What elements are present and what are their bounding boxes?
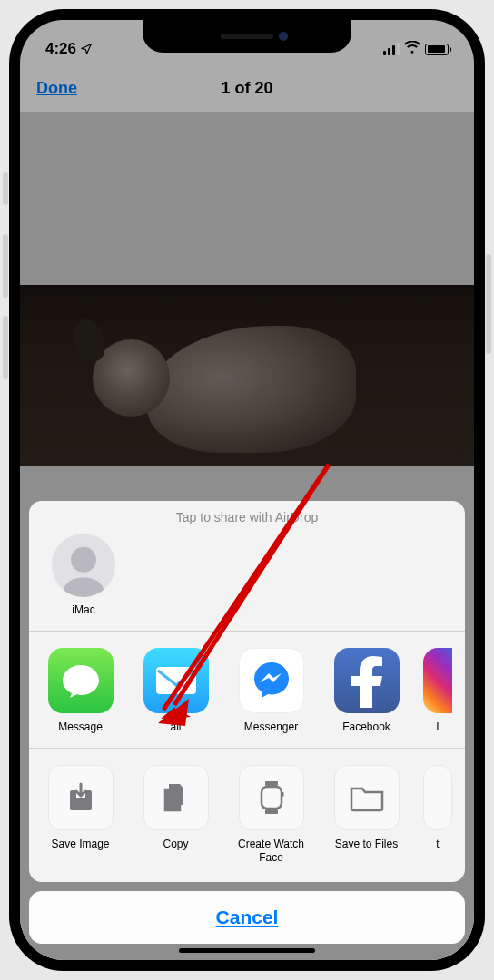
svg-rect-10 xyxy=(282,792,284,797)
copy-icon xyxy=(143,765,209,830)
cellular-signal-icon xyxy=(383,43,400,55)
save-image-icon xyxy=(48,765,114,830)
action-more[interactable]: t xyxy=(423,765,452,864)
mail-icon xyxy=(143,648,209,713)
airdrop-target-imac[interactable]: iMac xyxy=(45,534,122,616)
app-share-row: Message ail Messenger xyxy=(29,632,465,748)
share-app-instagram[interactable]: I xyxy=(423,648,452,733)
svg-rect-7 xyxy=(265,781,278,786)
messenger-icon xyxy=(239,648,304,713)
share-sheet: Tap to share with AirDrop iMac xyxy=(29,501,465,944)
home-indicator[interactable] xyxy=(179,948,315,953)
facebook-icon xyxy=(334,648,400,713)
cancel-button[interactable]: Cancel xyxy=(29,891,465,944)
person-silhouette-icon xyxy=(52,534,115,597)
notch xyxy=(143,20,351,53)
wifi-icon xyxy=(404,41,420,57)
more-icon xyxy=(423,765,452,830)
action-save-to-files[interactable]: Save to Files xyxy=(328,765,405,864)
message-icon xyxy=(48,648,114,713)
action-copy[interactable]: Copy xyxy=(137,765,214,864)
status-time: 4:26 xyxy=(45,40,93,58)
action-row: Save Image Copy Create Watch Face xyxy=(29,749,465,882)
watch-icon xyxy=(239,765,304,830)
airdrop-header: Tap to share with AirDrop xyxy=(29,501,465,530)
svg-rect-4 xyxy=(156,667,196,694)
share-app-facebook[interactable]: Facebook xyxy=(328,648,405,733)
battery-icon xyxy=(425,44,449,55)
svg-rect-9 xyxy=(262,787,282,808)
airdrop-label: iMac xyxy=(45,603,122,616)
location-icon xyxy=(80,43,93,55)
share-app-mail[interactable]: ail xyxy=(137,648,214,733)
instagram-icon xyxy=(423,648,452,713)
action-create-watch-face[interactable]: Create Watch Face xyxy=(232,765,310,864)
share-app-messenger[interactable]: Messenger xyxy=(232,648,310,733)
share-app-message[interactable]: Message xyxy=(42,648,119,733)
folder-icon xyxy=(334,765,400,830)
action-save-image[interactable]: Save Image xyxy=(42,765,119,864)
svg-rect-8 xyxy=(265,809,278,814)
svg-point-3 xyxy=(71,547,96,573)
